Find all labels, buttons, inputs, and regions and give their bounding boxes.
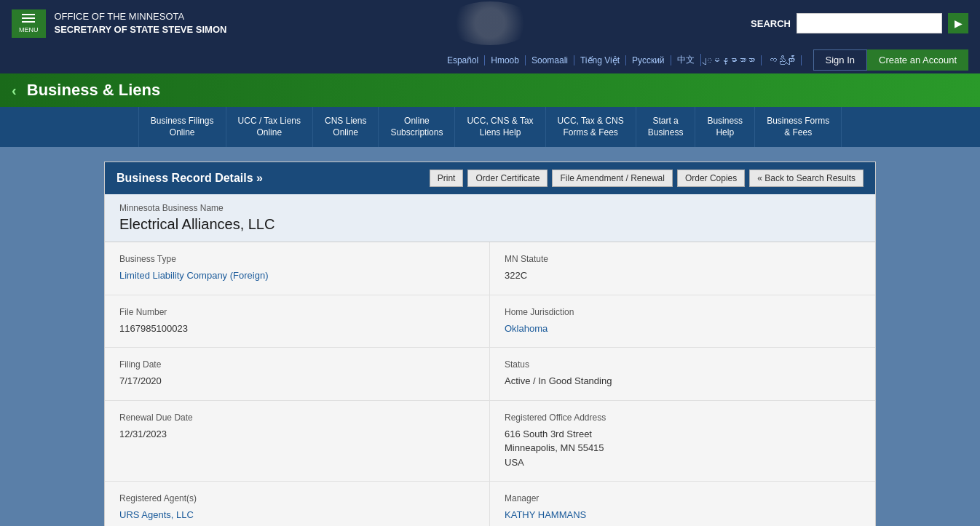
nav-ucc-cns-tax-help[interactable]: UCC, CNS & TaxLiens Help (455, 107, 545, 147)
lang-tiengviet[interactable]: Tiếng Việt (574, 55, 626, 65)
search-input[interactable] (797, 13, 942, 33)
renewal-due-date-cell: Renewal Due Date 12/31/2023 (105, 401, 490, 482)
registered-office-address-label: Registered Office Address (505, 413, 861, 423)
business-name-section: Minnesota Business Name Electrical Allia… (105, 194, 875, 242)
nav-ucc-tax-liens[interactable]: UCC / Tax LiensOnline (226, 107, 313, 147)
record-header: Business Record Details » Print Order Ce… (105, 162, 875, 194)
menu-icon-line1 (22, 14, 35, 15)
main-content: Business Record Details » Print Order Ce… (90, 147, 890, 526)
status-label: Status (505, 359, 861, 370)
lang-auth-bar: Español Hmoob Soomaali Tiếng Việt Русски… (0, 47, 980, 73)
mn-business-name-value: Electrical Alliances, LLC (119, 216, 861, 233)
lang-hmoob[interactable]: Hmoob (485, 55, 526, 65)
status-value: Active / In Good Standing (505, 374, 861, 388)
search-button[interactable]: ▶ (948, 13, 968, 33)
lang-chinese[interactable]: 中文 (671, 54, 701, 66)
nav-business-forms[interactable]: Business Forms& Fees (755, 107, 842, 147)
header-right: SEARCH ▶ (751, 13, 968, 33)
record-title: Business Record Details » (116, 172, 263, 185)
mn-statute-label: MN Statute (505, 254, 861, 264)
record-card: Business Record Details » Print Order Ce… (104, 162, 876, 526)
lang-karen[interactable]: ကညီကျိာ် (762, 55, 802, 65)
nav-online-subscriptions[interactable]: OnlineSubscriptions (379, 107, 455, 147)
registered-office-address-value: 616 South 3rd StreetMinneapolis, MN 5541… (505, 427, 861, 470)
lang-russian[interactable]: Русский (626, 55, 671, 65)
mn-statute-cell: MN Statute 322C (490, 242, 875, 295)
header: MENU OFFICE OF THE MINNESOTA SECRETARY O… (0, 0, 980, 47)
nav-cns-liens[interactable]: CNS LiensOnline (313, 107, 379, 147)
back-to-results-button[interactable]: « Back to Search Results (749, 170, 864, 187)
registered-agents-value[interactable]: URS Agents, LLC (119, 508, 475, 522)
registered-agents-cell: Registered Agent(s) URS Agents, LLC (105, 482, 490, 526)
home-jurisdiction-label: Home Jurisdiction (505, 307, 861, 317)
file-number-label: File Number (119, 307, 475, 317)
sign-in-button[interactable]: Sign In (813, 49, 867, 71)
registered-agents-label: Registered Agent(s) (119, 493, 475, 503)
file-number-cell: File Number 1167985100023 (105, 295, 490, 348)
nav-bar: Business FilingsOnline UCC / Tax LiensOn… (0, 107, 980, 147)
business-type-cell: Business Type Limited Liability Company … (105, 242, 490, 295)
record-title-text: Business Record Details (116, 172, 253, 184)
home-jurisdiction-cell: Home Jurisdiction Oklahoma (490, 295, 875, 348)
menu-button[interactable]: MENU (12, 9, 46, 38)
home-jurisdiction-value: Oklahoma (505, 322, 861, 336)
mn-statute-value: 322C (505, 268, 861, 283)
business-type-value: Limited Liability Company (Foreign) (119, 268, 475, 283)
state-seal (446, 1, 534, 45)
menu-label: MENU (19, 26, 39, 33)
logo-text: OFFICE OF THE MINNESOTA SECRETARY OF STA… (55, 10, 227, 36)
biz-liens-title: Business & Liens (27, 81, 160, 99)
record-title-arrow: » (256, 172, 263, 184)
manager-label: Manager (505, 493, 861, 503)
nav-business-filings[interactable]: Business FilingsOnline (138, 107, 226, 147)
header-left: MENU OFFICE OF THE MINNESOTA SECRETARY O… (12, 9, 226, 38)
lang-espanol[interactable]: Español (441, 55, 485, 65)
biz-liens-link[interactable]: ‹ Business & Liens (12, 81, 160, 100)
org-line2: SECRETARY OF STATE STEVE SIMON (55, 23, 227, 36)
business-type-label: Business Type (119, 254, 475, 264)
manager-value: KATHY HAMMANS 101 W 2ND STSAND SPRINGS, … (505, 508, 861, 526)
create-account-button[interactable]: Create an Account (867, 49, 968, 71)
manager-name[interactable]: KATHY HAMMANS (505, 509, 586, 520)
auth-buttons: Sign In Create an Account (813, 49, 968, 71)
filing-date-label: Filing Date (119, 359, 475, 370)
menu-icon-line2 (22, 17, 35, 19)
details-grid: Business Type Limited Liability Company … (105, 242, 875, 526)
record-action-buttons: Print Order Certificate File Amendment /… (430, 170, 864, 187)
status-cell: Status Active / In Good Standing (490, 348, 875, 401)
lang-soomaali[interactable]: Soomaali (526, 55, 574, 65)
lang-myanmar[interactable]: ျမန္မာဘာသာ (701, 55, 762, 65)
filing-date-cell: Filing Date 7/17/2020 (105, 348, 490, 401)
biz-liens-bar: ‹ Business & Liens (0, 73, 980, 107)
manager-cell: Manager KATHY HAMMANS 101 W 2ND STSAND S… (490, 482, 875, 526)
filing-date-value: 7/17/2020 (119, 374, 475, 388)
back-arrow: ‹ (12, 82, 17, 98)
order-copies-button[interactable]: Order Copies (677, 170, 745, 187)
file-amendment-button[interactable]: File Amendment / Renewal (552, 170, 672, 187)
file-number-value: 1167985100023 (119, 322, 475, 336)
registered-office-address-cell: Registered Office Address 616 South 3rd … (490, 401, 875, 482)
org-line1: OFFICE OF THE MINNESOTA (55, 10, 227, 23)
renewal-due-date-label: Renewal Due Date (119, 413, 475, 423)
mn-business-name-label: Minnesota Business Name (119, 203, 861, 213)
renewal-due-date-value: 12/31/2023 (119, 427, 475, 442)
nav-ucc-tax-cns-forms[interactable]: UCC, Tax & CNSForms & Fees (546, 107, 636, 147)
print-button[interactable]: Print (430, 170, 464, 187)
order-certificate-button[interactable]: Order Certificate (467, 170, 548, 187)
search-label: SEARCH (751, 18, 791, 29)
nav-start-business[interactable]: Start aBusiness (636, 107, 696, 147)
menu-icon-line3 (22, 21, 35, 23)
nav-business-help[interactable]: BusinessHelp (695, 107, 755, 147)
